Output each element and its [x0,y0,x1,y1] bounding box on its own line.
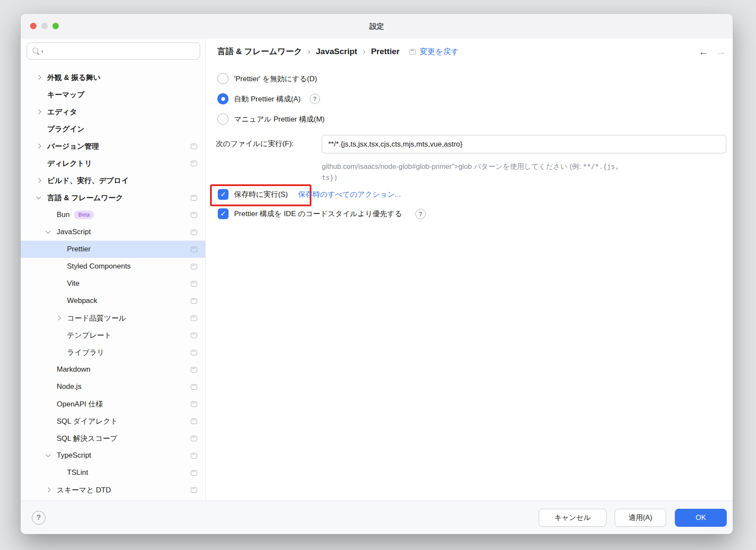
modified-settings-icon [191,195,197,201]
sidebar-item-label: キーマップ [47,90,85,100]
sidebar-item--[interactable]: バージョン管理 [21,138,205,155]
sidebar-item-sql-[interactable]: SQL 解決スコープ [21,430,205,447]
sidebar-item-label: ディレクトリ [47,159,92,168]
automatic-config-help-icon[interactable]: ? [310,94,320,104]
modified-settings-icon [191,161,197,166]
sidebar-item-label: プラグイン [47,124,85,134]
sidebar-item-javascript[interactable]: JavaScript [21,223,205,241]
apply-button[interactable]: 適用(A) [615,509,666,527]
chevron-right-icon[interactable] [34,138,43,155]
sidebar-item-markdown[interactable]: Markdown [21,361,205,378]
prefer-over-ide-help-icon[interactable]: ? [415,209,426,219]
sidebar-item--dtd[interactable]: スキーマと DTD [21,481,205,498]
modified-settings-icon [191,298,197,304]
sidebar-item-label: ライブラリ [67,348,104,358]
sidebar-item-label: 言語 & フレームワーク [47,193,123,203]
search-history-caret-icon[interactable]: ▾ [41,49,43,54]
sidebar-item-vite[interactable]: Vite [21,275,205,292]
chevron-down-icon[interactable] [44,223,52,241]
sidebar-item-label: Styled Components [67,262,131,271]
sidebar-item-tslint[interactable]: TSLint [21,464,205,481]
navigate-back-icon[interactable]: ← [698,46,709,57]
chevron-right-icon[interactable] [34,172,43,189]
radio-row-manual-prettier: マニュアル Prettier 構成(M) [217,113,325,125]
sidebar-item--[interactable]: キーマップ [21,86,205,103]
sidebar-item--[interactable]: ライブラリ [21,344,205,361]
modified-settings-icon [191,384,197,390]
modified-settings-icon [191,144,197,149]
modified-settings-icon [191,333,197,338]
sidebar-item-label: TypeScript [57,451,91,460]
modified-settings-icon [409,49,416,55]
sidebar-item--[interactable]: エディタ [21,103,205,120]
ok-button[interactable]: OK [675,509,727,527]
help-button[interactable]: ? [32,511,46,525]
run-for-files-input[interactable] [322,135,726,153]
breadcrumb-javascript[interactable]: JavaScript [316,47,357,56]
modified-settings-icon [191,350,197,355]
breadcrumb: 言語 & フレームワーク › JavaScript › Prettier 変更を… [217,44,459,59]
sidebar-item--[interactable]: テンプレート [21,327,205,344]
sidebar-item-label: SQL 解決スコープ [57,434,117,443]
automatic-prettier-radio[interactable] [217,93,229,104]
sidebar-item-label: JavaScript [57,228,91,236]
sidebar-item-label: ビルド、実行、デプロイ [47,176,129,186]
prefer-over-ide-row: ✓ Prettier 構成を IDE のコードスタイルより優先する ? [218,208,426,219]
all-actions-on-save-link[interactable]: 保存時のすべてのアクション... [298,189,401,199]
sidebar-item-label: Vite [67,279,79,288]
sidebar-item-label: OpenAPI 仕様 [57,399,103,409]
sidebar-item-label: Webpack [67,296,98,305]
run-on-save-checkbox[interactable]: ✓ [218,189,229,200]
sidebar-item-prettier[interactable]: Prettier [21,241,205,258]
sidebar-item-label: コード品質ツール [67,313,126,323]
modified-settings-icon [191,367,197,373]
run-for-files-label: 次のファイルに実行(F): [216,139,294,149]
modified-settings-icon [191,487,197,493]
chevron-right-icon[interactable] [34,103,43,120]
sidebar-item-label: Bun [57,211,70,219]
window-title: 設定 [21,14,733,39]
chevron-right-icon[interactable] [44,481,52,498]
sidebar-item--[interactable]: コード品質ツール [21,309,205,327]
sidebar-item-label: 外観 & 振る舞い [47,73,101,82]
modified-settings-icon [191,264,197,269]
sidebar-item--[interactable]: 外観 & 振る舞い [21,69,205,86]
manual-prettier-label: マニュアル Prettier 構成(M) [234,114,325,124]
sidebar-item-label: Markdown [57,365,90,374]
settings-content: 言語 & フレームワーク › JavaScript › Prettier 変更を… [206,39,733,501]
breadcrumb-separator: › [308,47,311,56]
sidebar-item--[interactable]: プラグイン [21,120,205,138]
sidebar-item-sql-[interactable]: SQL ダイアレクト [21,412,205,430]
disable-prettier-radio[interactable] [217,73,229,84]
navigate-forward-icon: → [716,46,726,57]
manual-prettier-radio[interactable] [217,113,229,125]
modified-settings-icon [191,453,197,458]
chevron-right-icon[interactable] [34,69,43,86]
breadcrumb-separator: › [363,47,366,56]
sidebar-item-label: バージョン管理 [47,141,99,151]
sidebar-item-label: TSLint [67,468,88,477]
chevron-right-icon[interactable] [54,309,63,327]
modified-settings-icon [191,281,197,287]
cancel-button[interactable]: キャンセル [539,509,607,527]
sidebar-item--[interactable]: ビルド、実行、デプロイ [21,172,205,189]
breadcrumb-languages-frameworks[interactable]: 言語 & フレームワーク [217,46,302,57]
chevron-down-icon[interactable] [44,447,52,464]
sidebar-item--[interactable]: ディレクトリ [21,155,205,172]
settings-dialog: 設定 ▾ 外観 & 振る舞いキーマップエディタプラグインバージョン管理ディレクト… [21,14,733,534]
sidebar-item-typescript[interactable]: TypeScript [21,447,205,464]
sidebar-item--[interactable]: 言語 & フレームワーク [21,189,205,206]
settings-tree: 外観 & 振る舞いキーマップエディタプラグインバージョン管理ディレクトリビルド、… [21,69,205,498]
prefer-over-ide-checkbox[interactable]: ✓ [218,208,229,219]
sidebar-item-node-js[interactable]: Node.js [21,378,205,395]
chevron-down-icon[interactable] [34,189,43,206]
modified-settings-icon [191,419,197,424]
sidebar-item-styled-components[interactable]: Styled Components [21,258,205,275]
automatic-prettier-label: 自動 Prettier 構成(A) [234,94,301,104]
settings-search-field[interactable]: ▾ [27,43,200,60]
sidebar-item-openapi-[interactable]: OpenAPI 仕様 [21,395,205,412]
sidebar-item-webpack[interactable]: Webpack [21,292,205,309]
sidebar-item-bun[interactable]: BunBeta [21,206,205,223]
beta-badge: Beta [74,211,94,219]
revert-changes-link[interactable]: 変更を戻す [420,46,459,57]
